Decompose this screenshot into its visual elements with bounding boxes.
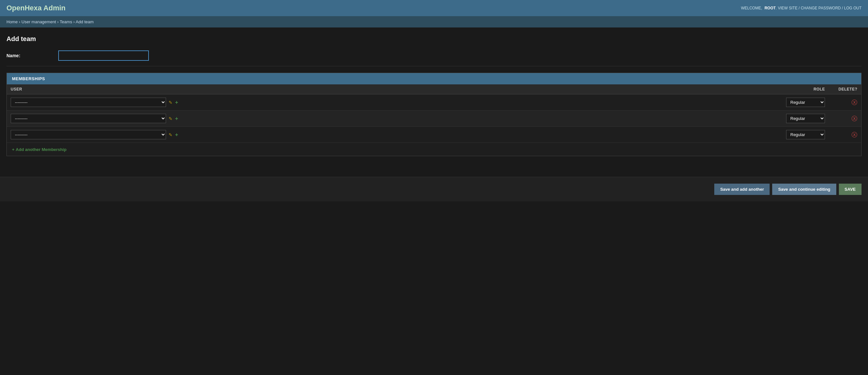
log-out-link[interactable]: LOG OUT	[844, 6, 862, 10]
role-cell-2: RegularAdmin	[764, 127, 829, 143]
user-select-2[interactable]: ---------	[11, 130, 166, 139]
plus-icon: +	[12, 147, 14, 152]
save-button[interactable]: SAVE	[839, 183, 862, 195]
add-membership-row: + Add another Membership	[7, 143, 861, 156]
name-form-row: Name:	[6, 50, 862, 66]
header-nav: WELCOME, ROOT. VIEW SITE / CHANGE PASSWO…	[741, 6, 862, 10]
role-cell-0: RegularAdmin	[764, 94, 829, 110]
delete-button-0[interactable]: ⓧ	[851, 100, 857, 105]
page-title: Add team	[6, 35, 862, 43]
memberships-header: MEMBERSHIPS	[7, 73, 861, 84]
table-row: ---------✎+RegularAdminⓧ	[7, 127, 861, 143]
save-and-add-another-button[interactable]: Save and add another	[714, 183, 770, 195]
main-content: Add team Name: MEMBERSHIPS USER ROLE DEL…	[0, 28, 868, 170]
app-title: OpenHexa Admin	[6, 4, 66, 12]
breadcrumb-home[interactable]: Home	[6, 20, 18, 24]
table-row: ---------✎+RegularAdminⓧ	[7, 94, 861, 110]
breadcrumb: Home › User management › Teams › Add tea…	[0, 16, 868, 28]
table-row: ---------✎+RegularAdminⓧ	[7, 110, 861, 127]
delete-cell-0: ⓧ	[829, 94, 861, 110]
breadcrumb-sep2: ›	[57, 20, 59, 24]
col-user: USER	[7, 84, 764, 94]
breadcrumb-sep3: ›	[73, 20, 75, 24]
breadcrumb-user-management[interactable]: User management	[21, 20, 56, 24]
role-select-2[interactable]: RegularAdmin	[786, 130, 825, 139]
breadcrumb-current: Add team	[76, 20, 94, 24]
role-select-1[interactable]: RegularAdmin	[786, 114, 825, 123]
delete-button-2[interactable]: ⓧ	[851, 132, 857, 138]
edit-icon-0[interactable]: ✎	[168, 100, 173, 105]
username: ROOT	[765, 6, 776, 10]
change-password-link[interactable]: CHANGE PASSWORD	[801, 6, 841, 10]
edit-icon-1[interactable]: ✎	[168, 116, 173, 121]
header: OpenHexa Admin WELCOME, ROOT. VIEW SITE …	[0, 0, 868, 16]
breadcrumb-sep1: ›	[19, 20, 20, 24]
user-cell-0: ---------✎+	[7, 94, 764, 110]
view-site-link[interactable]: VIEW SITE	[778, 6, 798, 10]
save-and-continue-editing-button[interactable]: Save and continue editing	[772, 183, 836, 195]
add-another-label: Add another Membership	[16, 147, 67, 152]
footer-bar: Save and add another Save and continue e…	[0, 177, 868, 201]
delete-cell-1: ⓧ	[829, 110, 861, 127]
user-cell-2: ---------✎+	[7, 127, 764, 143]
breadcrumb-teams[interactable]: Teams	[60, 20, 72, 24]
user-select-0[interactable]: ---------	[11, 98, 166, 107]
user-select-1[interactable]: ---------	[11, 114, 166, 123]
role-select-0[interactable]: RegularAdmin	[786, 98, 825, 107]
name-input[interactable]	[58, 50, 149, 61]
role-cell-1: RegularAdmin	[764, 110, 829, 127]
sep2: /	[842, 6, 844, 10]
memberships-section: MEMBERSHIPS USER ROLE DELETE? ---------✎…	[6, 73, 862, 156]
add-another-membership-link[interactable]: + Add another Membership	[12, 147, 66, 152]
welcome-text: WELCOME,	[741, 6, 762, 10]
edit-icon-2[interactable]: ✎	[168, 132, 173, 137]
delete-button-1[interactable]: ⓧ	[851, 116, 857, 122]
add-icon-0[interactable]: +	[175, 100, 178, 105]
name-label: Name:	[6, 53, 58, 58]
memberships-thead-row: USER ROLE DELETE?	[7, 84, 861, 94]
delete-cell-2: ⓧ	[829, 127, 861, 143]
memberships-table: USER ROLE DELETE? ---------✎+RegularAdmi…	[7, 84, 861, 143]
add-icon-2[interactable]: +	[175, 132, 178, 138]
add-icon-1[interactable]: +	[175, 116, 178, 122]
col-role: ROLE	[764, 84, 829, 94]
col-delete: DELETE?	[829, 84, 861, 94]
user-cell-1: ---------✎+	[7, 110, 764, 127]
